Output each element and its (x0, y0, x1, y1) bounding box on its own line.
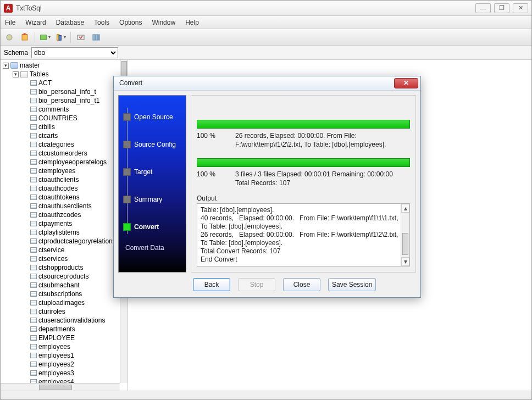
tree-table-label: comments (38, 105, 69, 114)
back-button[interactable]: Back (193, 278, 230, 291)
scroll-down-icon[interactable]: ▾ (401, 257, 409, 266)
tree-table-item[interactable]: ctoauthuserclients (23, 202, 128, 210)
menu-tools[interactable]: Tools (94, 19, 109, 26)
scroll-up-icon[interactable]: ▴ (401, 204, 409, 213)
menu-database[interactable]: Database (56, 19, 84, 26)
tree-table-item[interactable]: employees1 (23, 351, 128, 360)
table-icon (30, 221, 37, 226)
tree-table-item[interactable]: COUNTRIES (23, 114, 128, 123)
tree-table-label: ctoauthcodes (38, 184, 77, 193)
tree-pane: ▾master ▾Tables ACTbio_personal_info_tbi… (1, 60, 128, 391)
folder-icon (20, 71, 28, 77)
schema-select[interactable]: dbo (31, 47, 118, 58)
tree-table-item[interactable]: employees2 (23, 360, 128, 369)
tree-table-label: ctshopproducts (38, 263, 83, 272)
progress1-line2: F:\work\temp\f1\2\2.txt, To Table: [dbo]… (235, 141, 410, 148)
tree-table-item[interactable]: employees4 (23, 377, 128, 383)
toolbar-btn-3[interactable] (40, 32, 51, 43)
tree-table-item[interactable]: ctemployeeoperatelogs (23, 158, 128, 166)
tree-table-item[interactable]: ctoauthtokens (23, 193, 128, 202)
toolbar-btn-1[interactable] (4, 32, 15, 43)
tree-table-label: ctpayments (38, 219, 72, 228)
tree-table-item[interactable]: EMPLOYEE (23, 334, 128, 342)
wizard-step-summary[interactable]: Summary (123, 186, 186, 213)
toolbar-btn-4[interactable] (55, 32, 66, 43)
tree-table-item[interactable]: ctsubscriptions (23, 290, 128, 298)
window-minimize-button[interactable]: — (475, 3, 491, 13)
svg-rect-4 (59, 35, 61, 40)
tree-table-item[interactable]: ctcustomeorders (23, 149, 128, 158)
tree-table-item[interactable]: ctproductcategoryrelations (23, 237, 128, 246)
menu-wizard[interactable]: Wizard (25, 19, 46, 26)
svg-rect-2 (41, 35, 47, 40)
close-button[interactable]: Close (283, 278, 320, 291)
tree-table-item[interactable]: ctplaylistitems (23, 228, 128, 237)
tree-table-item[interactable]: ctcarts (23, 131, 128, 140)
tree-table-item[interactable]: cturiroles (23, 307, 128, 316)
table-icon (30, 274, 37, 279)
dialog-close-button[interactable]: ✕ (394, 78, 418, 88)
tree-table-item[interactable]: bio_personal_info_t1 (23, 96, 128, 105)
svg-rect-1 (22, 35, 27, 40)
output-scrollbar[interactable]: ▴ ▾ (401, 204, 409, 266)
progress-bar-2 (197, 158, 410, 167)
tree-table-label: employees3 (38, 369, 74, 377)
tree-table-item[interactable]: ctoauthcodes (23, 184, 128, 193)
tree-table-item[interactable]: ctoauthclients (23, 175, 128, 184)
tree-table-label: COUNTRIES (38, 114, 77, 123)
tree-table-item[interactable]: employees3 (23, 369, 128, 377)
progress1-percent: 100 % (197, 132, 224, 140)
dialog-footer: Back Stop Close Save Session (114, 277, 420, 297)
tree-table-item[interactable]: ctoauthzcodes (23, 210, 128, 219)
save-session-button[interactable]: Save Session (328, 278, 376, 291)
wizard-step-target[interactable]: Target (123, 158, 186, 186)
tree-table-item[interactable]: employees (23, 342, 128, 351)
tree-table-item[interactable]: comments (23, 105, 128, 114)
toolbar-btn-5[interactable] (75, 32, 86, 43)
table-icon (30, 151, 37, 156)
tree-table-item[interactable]: ctemployees (23, 166, 128, 175)
tree-table-label: cturiroles (38, 307, 65, 316)
menu-window[interactable]: Window (152, 19, 175, 26)
table-icon (30, 195, 37, 200)
table-icon (30, 353, 37, 358)
table-icon (30, 238, 37, 244)
tree-table-item[interactable]: ctsubmachant (23, 281, 128, 290)
table-icon (30, 133, 37, 138)
table-icon (30, 80, 37, 86)
tree-horizontal-scrollbar[interactable] (1, 383, 120, 391)
toolbar-btn-2[interactable] (19, 32, 30, 43)
menu-help[interactable]: Help (185, 19, 199, 26)
tree-table-item[interactable]: ctservices (23, 254, 128, 263)
tree-table-item[interactable]: ctsourceproducts (23, 272, 128, 281)
tree-root[interactable]: ▾master ▾Tables ACTbio_personal_info_tbi… (3, 61, 128, 383)
tree-table-item[interactable]: ctservice (23, 246, 128, 254)
window-close-button[interactable]: ✕ (513, 3, 528, 13)
tree-table-item[interactable]: ctcategories (23, 140, 128, 149)
window-maximize-button[interactable]: ❐ (494, 3, 509, 13)
wizard-step-source-config[interactable]: Source Config (123, 131, 186, 158)
tree-table-label: employees (38, 342, 70, 351)
tree-table-item[interactable]: ctuseractionvalidations (23, 316, 128, 325)
menubar: File Wizard Database Tools Options Windo… (1, 16, 531, 29)
tree-table-item[interactable]: ctuploadimages (23, 298, 128, 307)
tree-table-item[interactable]: ctbills (23, 123, 128, 131)
menu-options[interactable]: Options (119, 19, 142, 26)
wizard-step-open-source[interactable]: Open Source (123, 103, 186, 131)
tree-table-item[interactable]: ctshopproducts (23, 263, 128, 272)
tree-table-item[interactable]: departments (23, 325, 128, 334)
menu-file[interactable]: File (5, 19, 15, 26)
table-icon (30, 291, 37, 297)
table-icon (30, 230, 37, 235)
tree-table-label: bio_personal_info_t1 (38, 96, 99, 105)
tree-tables[interactable]: ▾Tables ACTbio_personal_info_tbio_person… (13, 70, 128, 383)
wizard-step-convert[interactable]: Convert (123, 213, 186, 241)
tree-table-item[interactable]: ctpayments (23, 219, 128, 228)
table-icon (30, 370, 37, 376)
tree-table-label: ACT (38, 79, 52, 87)
output-box[interactable]: Table: [dbo].[employees]. 40 records, El… (197, 203, 410, 266)
tree-table-item[interactable]: ACT (23, 79, 128, 87)
toolbar-btn-6[interactable] (91, 32, 102, 43)
tree-table-item[interactable]: bio_personal_info_t (23, 87, 128, 96)
table-icon (30, 379, 37, 383)
